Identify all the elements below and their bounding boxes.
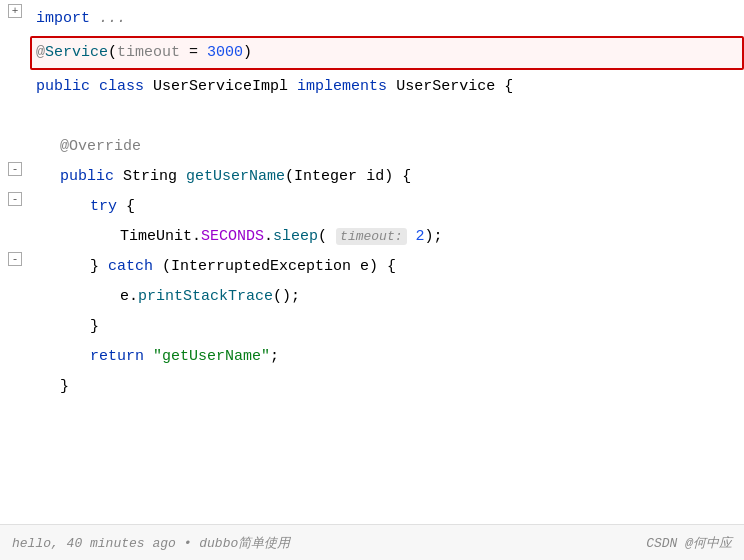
line-class: public class UserServiceImpl implements … bbox=[0, 72, 744, 102]
line-content-class: public class UserServiceImpl implements … bbox=[30, 72, 744, 102]
kw-public1: public bbox=[36, 78, 90, 95]
override-annotation: @Override bbox=[60, 138, 141, 155]
kw-implements: implements bbox=[297, 78, 387, 95]
timeout-hint: timeout: bbox=[336, 228, 406, 245]
line-content-empty1 bbox=[30, 102, 744, 132]
line-content-method: public String getUserName(Integer id) { bbox=[30, 162, 744, 192]
code-area: + import ... @Service(timeout = 3000) pu… bbox=[0, 0, 744, 524]
return-type: String bbox=[123, 168, 177, 185]
gutter-catch[interactable]: - bbox=[0, 252, 30, 266]
method-name: getUserName bbox=[186, 168, 285, 185]
kw-public2: public bbox=[60, 168, 114, 185]
stacktrace-call: e. bbox=[120, 288, 138, 305]
annotation-param: timeout bbox=[117, 44, 180, 61]
line-content-import: import ... bbox=[30, 4, 744, 34]
status-bar: hello, 40 minutes ago • dubbo简单使用 CSDN @… bbox=[0, 524, 744, 560]
line-catch: - } catch (InterruptedException e) { bbox=[0, 252, 744, 282]
line-annotation: @Service(timeout = 3000) bbox=[0, 36, 744, 70]
line-closecatch: } bbox=[0, 312, 744, 342]
status-right: CSDN @何中应 bbox=[646, 534, 732, 552]
line-return: return "getUserName"; bbox=[0, 342, 744, 372]
line-content-return: return "getUserName"; bbox=[30, 342, 744, 372]
line-content-sleep: TimeUnit.SECONDS.sleep( timeout: 2); bbox=[30, 222, 744, 252]
annotation-at: @ bbox=[36, 44, 45, 61]
return-string: "getUserName" bbox=[153, 348, 270, 365]
import-ellipsis: ... bbox=[99, 10, 126, 27]
fold-icon-try[interactable]: - bbox=[8, 192, 22, 206]
keyword-import: import bbox=[36, 10, 90, 27]
kw-try: try bbox=[90, 198, 117, 215]
sleep-method: sleep bbox=[273, 228, 318, 245]
line-closemethod: } bbox=[0, 372, 744, 402]
status-left: hello, 40 minutes ago • dubbo简单使用 bbox=[12, 534, 290, 552]
kw-class: class bbox=[99, 78, 144, 95]
sleep-value: 2 bbox=[416, 228, 425, 245]
kw-catch: catch bbox=[108, 258, 153, 275]
fold-icon-method[interactable]: - bbox=[8, 162, 22, 176]
line-content-try: try { bbox=[30, 192, 744, 222]
gutter-method[interactable]: - bbox=[0, 162, 30, 176]
annotation-value: 3000 bbox=[207, 44, 243, 61]
line-content-closecatch: } bbox=[30, 312, 744, 342]
fold-icon-catch[interactable]: - bbox=[8, 252, 22, 266]
timeunit-class: TimeUnit bbox=[120, 228, 192, 245]
line-content-override: @Override bbox=[30, 132, 744, 162]
line-content-catch: } catch (InterruptedException e) { bbox=[30, 252, 744, 282]
line-content-closemethod: } bbox=[30, 372, 744, 402]
line-import: + import ... bbox=[0, 4, 744, 34]
fold-icon-import[interactable]: + bbox=[8, 4, 22, 18]
line-stacktrace: e.printStackTrace(); bbox=[0, 282, 744, 312]
line-method: - public String getUserName(Integer id) … bbox=[0, 162, 744, 192]
classname: UserServiceImpl bbox=[153, 78, 288, 95]
gutter-try[interactable]: - bbox=[0, 192, 30, 206]
printstacktrace-method: printStackTrace bbox=[138, 288, 273, 305]
line-sleep: TimeUnit.SECONDS.sleep( timeout: 2); bbox=[0, 222, 744, 252]
annotation-name: Service bbox=[45, 44, 108, 61]
interface-name: UserService bbox=[396, 78, 495, 95]
editor-container: + import ... @Service(timeout = 3000) pu… bbox=[0, 0, 744, 560]
line-content-annotation: @Service(timeout = 3000) bbox=[30, 36, 744, 70]
param-type: Integer bbox=[294, 168, 357, 185]
kw-return: return bbox=[90, 348, 144, 365]
line-override: @Override bbox=[0, 132, 744, 162]
line-empty1 bbox=[0, 102, 744, 132]
gutter-import[interactable]: + bbox=[0, 4, 30, 18]
line-content-stacktrace: e.printStackTrace(); bbox=[30, 282, 744, 312]
seconds-const: SECONDS bbox=[201, 228, 264, 245]
line-try: - try { bbox=[0, 192, 744, 222]
exception-type: InterruptedException bbox=[171, 258, 351, 275]
